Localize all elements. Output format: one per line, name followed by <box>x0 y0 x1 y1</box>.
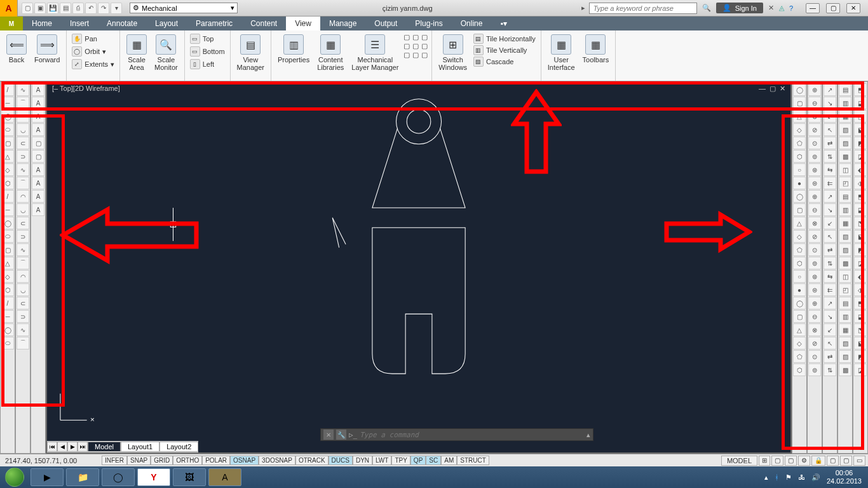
text-tool-0[interactable]: A <box>32 83 44 96</box>
mod4-tool-14[interactable]: ◫ <box>839 270 851 283</box>
draw-tool-19[interactable]: ⬭ <box>1 337 14 349</box>
status-sc[interactable]: SC <box>426 456 441 465</box>
mod1-tool-2[interactable]: △ <box>793 110 806 123</box>
draw-tool-14[interactable]: ◇ <box>1 270 14 283</box>
clock[interactable]: 00:06 24.02.2013 <box>827 469 862 485</box>
flag-icon[interactable]: ⚑ <box>785 473 792 482</box>
mod2-tool-19[interactable]: ⊘ <box>808 337 821 349</box>
draw-tool-13[interactable]: △ <box>1 257 14 269</box>
mod4-tool-10[interactable]: ▦ <box>839 217 851 229</box>
scale-monitor-button[interactable]: 🔍Scale Monitor <box>152 33 180 72</box>
layout-prev-icon[interactable]: ◀ <box>57 442 67 452</box>
text-tool-2[interactable]: A <box>32 110 44 123</box>
draw2-tool-10[interactable]: ⊂ <box>17 217 29 229</box>
mod2-tool-2[interactable]: ⊗ <box>808 110 821 123</box>
status-otrack[interactable]: OTRACK <box>295 456 329 465</box>
draw-tool-11[interactable]: ⬭ <box>1 230 14 243</box>
qat-open-icon[interactable]: ▣ <box>34 3 46 14</box>
mod5-tool-17[interactable]: ⬓ <box>854 310 867 323</box>
back-button[interactable]: ⟸Back <box>4 33 29 65</box>
mod4-tool-6[interactable]: ◫ <box>839 163 851 176</box>
draw-tool-7[interactable]: ⬡ <box>1 177 14 189</box>
mod1-tool-20[interactable]: ⬠ <box>793 350 806 363</box>
mod3-tool-19[interactable]: ↖ <box>824 337 836 349</box>
mod3-tool-8[interactable]: ↗ <box>824 190 836 203</box>
tab-manage[interactable]: Manage <box>320 17 365 30</box>
draw2-tool-8[interactable]: ◠ <box>17 190 29 203</box>
text-tool-4[interactable]: ▢ <box>32 137 44 149</box>
qat-saveas-icon[interactable]: ▤ <box>60 3 71 14</box>
mod3-tool-7[interactable]: ⇇ <box>824 177 836 189</box>
status-grid[interactable]: GRID <box>151 456 173 465</box>
status-snap[interactable]: SNAP <box>127 456 151 465</box>
text-tool-1[interactable]: A <box>32 97 44 109</box>
mod4-tool-12[interactable]: ▨ <box>839 243 851 256</box>
mod3-tool-4[interactable]: ⇄ <box>824 137 836 149</box>
mod5-tool-10[interactable]: ⬔ <box>854 217 867 229</box>
draw2-tool-7[interactable]: ⌒ <box>17 177 29 189</box>
pal1-icon[interactable]: ▢ <box>403 33 410 41</box>
view-bottom-button[interactable]: ▭Bottom <box>189 46 226 57</box>
mod2-tool-14[interactable]: ⊛ <box>808 270 821 283</box>
mod1-tool-17[interactable]: ▢ <box>793 310 806 323</box>
mod5-tool-15[interactable]: ⬗ <box>854 283 867 296</box>
mod4-tool-17[interactable]: ▥ <box>839 310 851 323</box>
mod1-tool-7[interactable]: ● <box>793 177 806 189</box>
mod4-tool-2[interactable]: ▦ <box>839 110 851 123</box>
mod3-tool-1[interactable]: ↘ <box>824 97 836 109</box>
mod3-tool-0[interactable]: ↗ <box>824 83 836 96</box>
tray-expand-icon[interactable]: ▴ <box>764 473 768 482</box>
mod2-tool-5[interactable]: ⊚ <box>808 150 821 163</box>
content-libs-button[interactable]: ▦Content Libraries <box>315 33 346 72</box>
extents-button[interactable]: ⤢Extents ▾ <box>71 58 116 70</box>
mod5-tool-6[interactable]: ⬖ <box>854 163 867 176</box>
text-tool-6[interactable]: A <box>32 163 44 176</box>
mod3-tool-13[interactable]: ⇅ <box>824 257 836 269</box>
mod2-tool-7[interactable]: ⊜ <box>808 177 821 189</box>
coordinates[interactable]: 2147.40, 1507.71, 0.00 <box>0 457 102 464</box>
pal2-icon[interactable]: ▢ <box>412 33 419 41</box>
mod4-tool-0[interactable]: ▤ <box>839 83 851 96</box>
status-clean-icon[interactable]: ▭ <box>853 456 865 466</box>
tab-view[interactable]: View <box>286 17 320 30</box>
draw-tool-8[interactable]: / <box>1 190 14 203</box>
draw-tool-6[interactable]: ◇ <box>1 163 14 176</box>
mod3-tool-18[interactable]: ↙ <box>824 323 836 336</box>
draw2-tool-4[interactable]: ⊂ <box>17 137 29 149</box>
mod1-tool-4[interactable]: ⬠ <box>793 137 806 149</box>
draw-tool-4[interactable]: ▢ <box>1 137 14 149</box>
status-struct[interactable]: STRUCT <box>457 456 489 465</box>
close-button[interactable]: ✕ <box>846 3 860 13</box>
draw2-tool-12[interactable]: ∿ <box>17 243 29 256</box>
mod2-tool-4[interactable]: ⊙ <box>808 137 821 149</box>
view-left-button[interactable]: ▯Left <box>189 58 226 70</box>
mod1-tool-10[interactable]: △ <box>793 217 806 229</box>
mod1-tool-15[interactable]: ● <box>793 283 806 296</box>
mod2-tool-17[interactable]: ⊖ <box>808 310 821 323</box>
mod5-tool-20[interactable]: ◩ <box>854 350 867 363</box>
mod3-tool-11[interactable]: ↖ <box>824 230 836 243</box>
draw-tool-10[interactable]: ◯ <box>1 217 14 229</box>
task-mediaplayer[interactable]: ▶ <box>31 468 64 486</box>
mod5-tool-1[interactable]: ⬓ <box>854 97 867 109</box>
mod1-tool-9[interactable]: ▢ <box>793 203 806 216</box>
mod1-tool-0[interactable]: ◯ <box>793 83 806 96</box>
draw-tool-1[interactable]: ─ <box>1 97 14 109</box>
tile-v-button[interactable]: ▥Tile Vertically <box>472 44 537 56</box>
cmd-expand-icon[interactable]: ▴ <box>587 431 590 439</box>
mod4-tool-18[interactable]: ▦ <box>839 323 851 336</box>
status-lock-icon[interactable]: 🔒 <box>811 456 825 466</box>
pal7-icon[interactable]: ▢ <box>403 51 410 59</box>
mod5-tool-16[interactable]: ⬒ <box>854 297 867 309</box>
mod1-tool-21[interactable]: ⬡ <box>793 363 806 376</box>
mod5-tool-2[interactable]: ⬔ <box>854 110 867 123</box>
maximize-button[interactable]: ▢ <box>826 3 840 13</box>
mod5-tool-19[interactable]: ⬕ <box>854 337 867 349</box>
layout-tab-2[interactable]: Layout2 <box>159 442 198 452</box>
cmd-wrench-icon[interactable]: 🔧 <box>336 430 346 440</box>
workspace-selector[interactable]: ⚙ Mechanical ▾ <box>130 3 238 13</box>
pal9-icon[interactable]: ▢ <box>421 51 428 59</box>
layout-tab-model[interactable]: Model <box>88 442 121 452</box>
qat-plot-icon[interactable]: ⎙ <box>72 3 84 14</box>
exchange-icon[interactable]: ✕ <box>768 4 774 12</box>
